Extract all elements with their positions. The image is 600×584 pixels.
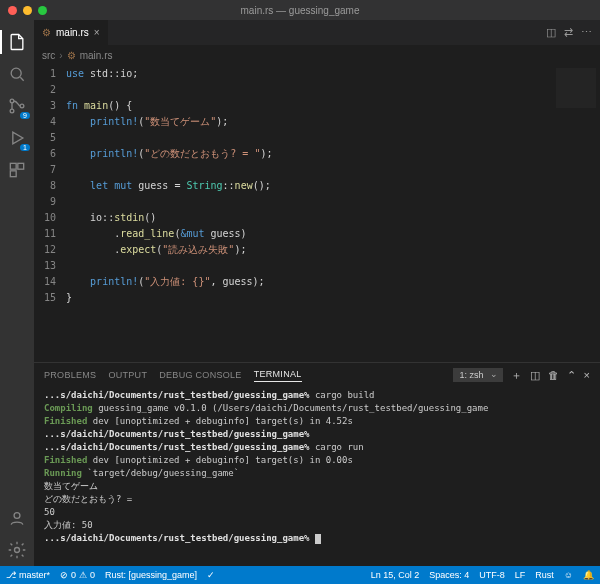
editor-tabs: ⚙ main.rs × ◫ ⇄ ⋯	[34, 20, 600, 46]
code-line[interactable]	[66, 194, 600, 210]
more-actions-icon[interactable]: ⋯	[581, 26, 592, 39]
code-line[interactable]: }	[66, 290, 600, 306]
line-number: 3	[34, 98, 56, 114]
code-line[interactable]: println!("入力値: {}", guess);	[66, 274, 600, 290]
accounts-icon[interactable]	[5, 506, 29, 530]
code-line[interactable]: io::stdin()	[66, 210, 600, 226]
notifications-icon[interactable]: 🔔	[583, 570, 594, 580]
search-icon[interactable]	[5, 62, 29, 86]
line-number: 8	[34, 178, 56, 194]
svg-point-3	[20, 104, 24, 108]
code-line[interactable]: let mut guess = String::new();	[66, 178, 600, 194]
terminal-line: Compiling guessing_game v0.1.0 (/Users/d…	[44, 402, 590, 415]
code-line[interactable]	[66, 258, 600, 274]
tab-main-rs[interactable]: ⚙ main.rs ×	[34, 20, 109, 45]
activity-bar: 9 1	[0, 20, 34, 566]
code-line[interactable]: use std::io;	[66, 66, 600, 82]
compare-changes-icon[interactable]: ⇄	[564, 26, 573, 39]
breadcrumb[interactable]: src › ⚙ main.rs	[34, 46, 600, 64]
terminal-cursor	[315, 534, 321, 544]
split-terminal-icon[interactable]: ◫	[530, 369, 540, 382]
extensions-icon[interactable]	[5, 158, 29, 182]
maximize-panel-icon[interactable]: ⌃	[567, 369, 576, 382]
code-line[interactable]: .read_line(&mut guess)	[66, 226, 600, 242]
minimap[interactable]	[556, 68, 596, 108]
code-line[interactable]: .expect("読み込み失敗");	[66, 242, 600, 258]
code-line[interactable]: println!("どの数だとおもう? = ");	[66, 146, 600, 162]
line-number: 11	[34, 226, 56, 242]
line-number: 12	[34, 242, 56, 258]
line-number: 1	[34, 66, 56, 82]
terminal-line: ...s/daichi/Documents/rust_testbed/guess…	[44, 428, 590, 441]
tab-debug-console[interactable]: DEBUG CONSOLE	[159, 370, 241, 380]
window-close-icon[interactable]	[8, 6, 17, 15]
line-number: 9	[34, 194, 56, 210]
code-line[interactable]	[66, 162, 600, 178]
code-editor[interactable]: 123456789101112131415 use std::io;fn mai…	[34, 64, 600, 362]
rust-file-icon: ⚙	[67, 50, 76, 61]
window-title: main.rs — guessing_game	[0, 5, 600, 16]
line-number: 13	[34, 258, 56, 274]
terminal-output[interactable]: ...s/daichi/Documents/rust_testbed/guess…	[34, 387, 600, 566]
status-checkmark-icon[interactable]: ✓	[207, 570, 215, 580]
svg-rect-6	[10, 171, 16, 177]
terminal-line: Finished dev [unoptimized + debuginfo] t…	[44, 415, 590, 428]
new-terminal-icon[interactable]: ＋	[511, 368, 522, 383]
status-bar: ⎇ master* ⊘ 0 ⚠ 0 Rust: [guessing_game] …	[0, 566, 600, 584]
source-control-icon[interactable]: 9	[5, 94, 29, 118]
breadcrumb-file[interactable]: main.rs	[80, 50, 113, 61]
status-problems[interactable]: ⊘ 0 ⚠ 0	[60, 570, 95, 580]
explorer-icon[interactable]	[5, 30, 29, 54]
window-minimize-icon[interactable]	[23, 6, 32, 15]
tab-output[interactable]: OUTPUT	[108, 370, 147, 380]
terminal-line: ...s/daichi/Documents/rust_testbed/guess…	[44, 389, 590, 402]
terminal-line: Running `target/debug/guessing_game`	[44, 467, 590, 480]
terminal-selector[interactable]: 1: zsh	[453, 368, 503, 382]
code-line[interactable]: fn main() {	[66, 98, 600, 114]
breadcrumb-folder[interactable]: src	[42, 50, 55, 61]
code-line[interactable]	[66, 130, 600, 146]
close-panel-icon[interactable]: ×	[584, 369, 590, 381]
line-number: 10	[34, 210, 56, 226]
svg-point-8	[15, 548, 20, 553]
line-number: 15	[34, 290, 56, 306]
split-editor-icon[interactable]: ◫	[546, 26, 556, 39]
window-zoom-icon[interactable]	[38, 6, 47, 15]
settings-gear-icon[interactable]	[5, 538, 29, 562]
terminal-line: 50	[44, 506, 590, 519]
window-titlebar: main.rs — guessing_game	[0, 0, 600, 20]
svg-point-7	[14, 513, 20, 519]
svg-rect-5	[18, 163, 24, 169]
bottom-panel: PROBLEMS OUTPUT DEBUG CONSOLE TERMINAL 1…	[34, 362, 600, 566]
svg-point-2	[10, 109, 14, 113]
feedback-icon[interactable]: ☺	[564, 570, 573, 580]
run-debug-icon[interactable]: 1	[5, 126, 29, 150]
line-number: 7	[34, 162, 56, 178]
tab-close-icon[interactable]: ×	[94, 27, 100, 38]
svg-point-1	[10, 99, 14, 103]
chevron-right-icon: ›	[59, 50, 62, 61]
tab-terminal[interactable]: TERMINAL	[254, 369, 302, 382]
status-language[interactable]: Rust	[535, 570, 554, 580]
kill-terminal-icon[interactable]: 🗑	[548, 369, 559, 381]
line-number: 6	[34, 146, 56, 162]
code-line[interactable]: println!("数当てゲーム");	[66, 114, 600, 130]
status-branch[interactable]: ⎇ master*	[6, 570, 50, 580]
line-number: 5	[34, 130, 56, 146]
line-number: 4	[34, 114, 56, 130]
status-lncol[interactable]: Ln 15, Col 2	[371, 570, 420, 580]
status-indent[interactable]: Spaces: 4	[429, 570, 469, 580]
terminal-line: ...s/daichi/Documents/rust_testbed/guess…	[44, 441, 590, 454]
rust-file-icon: ⚙	[42, 27, 51, 38]
tab-label: main.rs	[56, 27, 89, 38]
terminal-line: Finished dev [unoptimized + debuginfo] t…	[44, 454, 590, 467]
status-encoding[interactable]: UTF-8	[479, 570, 505, 580]
code-line[interactable]	[66, 82, 600, 98]
debug-badge: 1	[20, 144, 30, 151]
status-rust-analyzer[interactable]: Rust: [guessing_game]	[105, 570, 197, 580]
svg-point-0	[11, 68, 21, 78]
tab-problems[interactable]: PROBLEMS	[44, 370, 96, 380]
status-eol[interactable]: LF	[515, 570, 526, 580]
terminal-line: どの数だとおもう? =	[44, 493, 590, 506]
terminal-line: ...s/daichi/Documents/rust_testbed/guess…	[44, 532, 590, 545]
